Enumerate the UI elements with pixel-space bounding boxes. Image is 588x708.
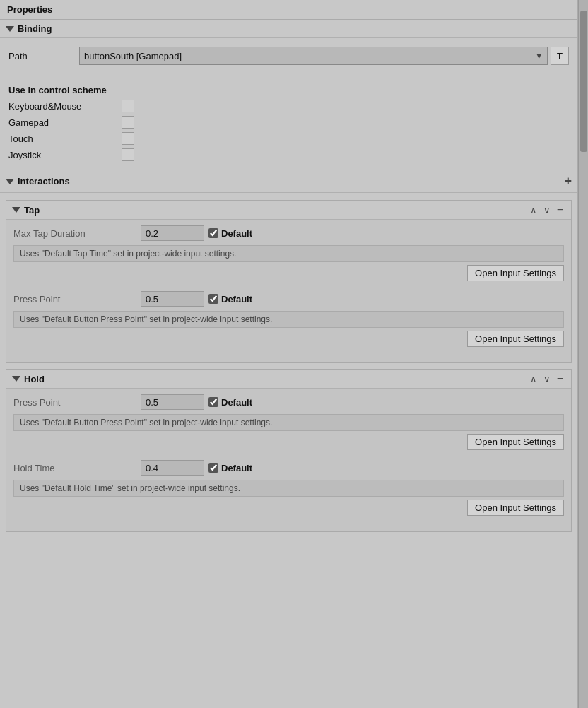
hold-time-row: Hold Time Default bbox=[13, 460, 564, 476]
interactions-section-label: Interactions bbox=[18, 176, 70, 187]
hold-time-default-checkbox[interactable] bbox=[208, 463, 218, 473]
tap-up-button[interactable]: ∧ bbox=[528, 205, 539, 216]
hold-controls: ∧ ∨ − bbox=[528, 372, 565, 385]
path-label: Path bbox=[8, 51, 79, 61]
hold-collapse-icon[interactable] bbox=[12, 376, 20, 382]
max-tap-duration-row: Max Tap Duration Default bbox=[13, 225, 564, 241]
hold-press-point-info: Uses "Default Button Press Point" set in… bbox=[13, 414, 564, 431]
tap-press-point-info: Uses "Default Button Press Point" set in… bbox=[13, 311, 564, 328]
t-button[interactable]: T bbox=[551, 47, 569, 65]
max-tap-info: Uses "Default Tap Time" set in project-w… bbox=[13, 245, 564, 262]
hold-down-button[interactable]: ∨ bbox=[541, 374, 553, 384]
interactions-section-header[interactable]: Interactions + bbox=[0, 170, 577, 193]
tap-press-point-default-label: Default bbox=[221, 294, 252, 305]
max-tap-default-checkbox[interactable] bbox=[208, 228, 218, 238]
tap-press-default-row: Default bbox=[208, 294, 252, 305]
scrollbar[interactable] bbox=[578, 0, 588, 708]
tap-interaction: Tap ∧ ∨ − Max Tap Duration bbox=[6, 200, 572, 363]
tap-controls: ∧ ∨ − bbox=[528, 203, 565, 216]
hold-remove-button[interactable]: − bbox=[555, 372, 565, 385]
tap-down-button[interactable]: ∨ bbox=[541, 205, 553, 216]
scheme-gamepad-checkbox[interactable] bbox=[122, 116, 134, 129]
scheme-gamepad-row: Gamepad bbox=[8, 116, 569, 129]
hold-time-info: Uses "Default Hold Time" set in project-… bbox=[13, 480, 564, 497]
scheme-keyboard-label: Keyboard&Mouse bbox=[8, 101, 122, 112]
tap-collapse-icon[interactable] bbox=[12, 207, 20, 213]
hold-press-point-default-label: Default bbox=[221, 397, 252, 408]
binding-section-header[interactable]: Binding bbox=[0, 20, 577, 38]
hold-press-point-input[interactable] bbox=[141, 394, 204, 410]
hold-press-point-default-checkbox[interactable] bbox=[208, 397, 218, 407]
interactions-section-content: Tap ∧ ∨ − Max Tap Duration bbox=[0, 193, 577, 542]
hold-open-settings-button-1[interactable]: Open Input Settings bbox=[467, 434, 564, 450]
hold-time-input[interactable] bbox=[141, 460, 204, 476]
hold-title: Hold bbox=[24, 374, 45, 384]
scheme-touch-checkbox[interactable] bbox=[122, 132, 134, 145]
tap-open-settings-row-2: Open Input Settings bbox=[13, 331, 564, 353]
path-dropdown[interactable]: buttonSouth [Gamepad] ▼ bbox=[79, 47, 548, 65]
hold-time-default-label: Default bbox=[221, 463, 252, 473]
max-tap-duration-label: Max Tap Duration bbox=[13, 228, 141, 239]
use-in-control-label: Use in control scheme bbox=[8, 85, 569, 95]
path-row: Path buttonSouth [Gamepad] ▼ T bbox=[8, 44, 569, 68]
scheme-joystick-checkbox[interactable] bbox=[122, 148, 134, 161]
scheme-gamepad-label: Gamepad bbox=[8, 117, 122, 128]
separator bbox=[8, 73, 569, 79]
hold-up-button[interactable]: ∧ bbox=[528, 374, 539, 384]
chevron-down-icon: ▼ bbox=[535, 52, 543, 60]
max-tap-duration-input[interactable] bbox=[141, 225, 204, 241]
hold-open-settings-button-2[interactable]: Open Input Settings bbox=[467, 500, 564, 516]
tap-open-settings-button-1[interactable]: Open Input Settings bbox=[467, 265, 564, 281]
tap-remove-button[interactable]: − bbox=[555, 203, 565, 216]
tap-press-point-label: Press Point bbox=[13, 294, 141, 305]
binding-collapse-icon[interactable] bbox=[6, 26, 14, 32]
tap-body: Max Tap Duration Default Uses "Default T… bbox=[6, 220, 571, 362]
max-tap-default-label: Default bbox=[221, 228, 252, 239]
tap-press-point-row: Press Point Default bbox=[13, 291, 564, 307]
tap-open-settings-row-1: Open Input Settings bbox=[13, 265, 564, 287]
hold-body: Press Point Default Uses "Default Button… bbox=[6, 389, 571, 531]
interactions-add-icon[interactable]: + bbox=[564, 174, 572, 189]
hold-press-point-label: Press Point bbox=[13, 397, 141, 408]
tap-press-point-default-checkbox[interactable] bbox=[208, 294, 218, 304]
max-tap-default-row: Default bbox=[208, 228, 252, 239]
interactions-collapse-icon[interactable] bbox=[6, 179, 14, 184]
scheme-keyboard-row: Keyboard&Mouse bbox=[8, 100, 569, 112]
tap-title: Tap bbox=[24, 205, 40, 216]
interactions-section: Interactions + Tap ∧ ∨ − bbox=[0, 170, 577, 542]
scheme-joystick-label: Joystick bbox=[8, 150, 122, 160]
binding-section: Binding Path buttonSouth [Gamepad] ▼ T U… bbox=[0, 20, 577, 170]
scheme-touch-label: Touch bbox=[8, 134, 122, 144]
hold-press-default-row: Default bbox=[208, 397, 252, 408]
panel-title: Properties bbox=[0, 0, 577, 20]
hold-time-label: Hold Time bbox=[13, 463, 141, 473]
binding-section-content: Path buttonSouth [Gamepad] ▼ T Use in co… bbox=[0, 38, 577, 170]
scheme-touch-row: Touch bbox=[8, 132, 569, 145]
scrollbar-thumb[interactable] bbox=[580, 11, 587, 152]
hold-press-point-row: Press Point Default bbox=[13, 394, 564, 410]
hold-time-default-row: Default bbox=[208, 463, 252, 473]
path-dropdown-text: buttonSouth [Gamepad] bbox=[84, 51, 182, 61]
tap-header: Tap ∧ ∨ − bbox=[6, 201, 571, 220]
hold-header: Hold ∧ ∨ − bbox=[6, 370, 571, 389]
hold-open-settings-row-1: Open Input Settings bbox=[13, 434, 564, 456]
hold-interaction: Hold ∧ ∨ − Press Point bbox=[6, 369, 572, 532]
scheme-keyboard-checkbox[interactable] bbox=[122, 100, 134, 112]
scheme-joystick-row: Joystick bbox=[8, 148, 569, 161]
tap-open-settings-button-2[interactable]: Open Input Settings bbox=[467, 331, 564, 347]
hold-open-settings-row-2: Open Input Settings bbox=[13, 500, 564, 521]
binding-section-label: Binding bbox=[18, 23, 52, 34]
tap-press-point-input[interactable] bbox=[141, 291, 204, 307]
